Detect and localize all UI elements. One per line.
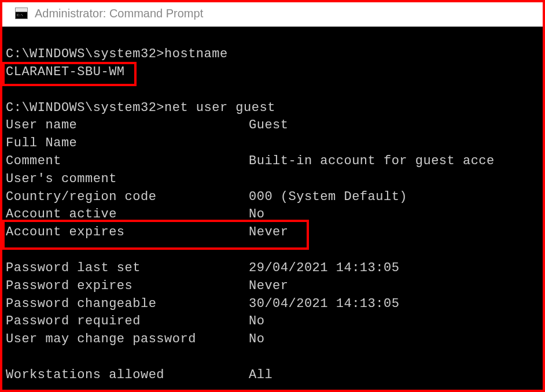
output-row: Comment Built-in account for guest acce [6, 153, 543, 171]
field-value: Built-in account for guest acce [249, 153, 495, 171]
output-row: Workstations allowed All [6, 367, 543, 384]
field-label: Password required [6, 313, 249, 331]
output-row: User name Guest [6, 117, 543, 135]
field-label: Account active [6, 206, 249, 224]
cmd-icon-glyph: C:\ [17, 13, 23, 17]
output-row-account-active: Account active No [6, 206, 543, 224]
output-row: User may change password No [6, 331, 543, 349]
field-label: User's comment [6, 171, 249, 188]
screenshot-frame: C:\ Administrator: Command Prompt C:\WIN… [0, 0, 545, 392]
output-row: Country/region code 000 (System Default) [6, 188, 543, 206]
field-value: All [249, 367, 272, 384]
prompt-line-hostname: C:\WINDOWS\system32>hostname [6, 46, 543, 64]
hostname-output: CLARANET-SBU-WM [6, 64, 543, 82]
field-value: Never [249, 278, 289, 295]
field-value: 30/04/2021 14:13:05 [249, 295, 399, 313]
output-row: Password required No [6, 313, 543, 331]
output-row: Password changeable 30/04/2021 14:13:05 [6, 295, 543, 313]
title-bar: C:\ Administrator: Command Prompt [2, 2, 543, 27]
output-row: User's comment [6, 171, 543, 188]
field-label: Workstations allowed [6, 367, 249, 384]
field-value: No [249, 206, 264, 224]
output-row: Full Name [6, 135, 543, 153]
field-label: Password last set [6, 260, 249, 278]
prompt-line-netuser: C:\WINDOWS\system32>net user guest [6, 99, 543, 117]
terminal-body[interactable]: C:\WINDOWS\system32>hostname CLARANET-SB… [2, 27, 543, 390]
window-title: Administrator: Command Prompt [35, 7, 203, 20]
field-value: 000 (System Default) [249, 188, 407, 206]
output-row: Password last set 29/04/2021 14:13:05 [6, 260, 543, 278]
field-label: Password changeable [6, 295, 249, 313]
output-row: Password expires Never [6, 278, 543, 295]
field-value: No [249, 331, 264, 349]
field-label: Comment [6, 153, 249, 171]
field-value: Never [249, 224, 289, 242]
field-value: Guest [249, 117, 289, 135]
field-value: 29/04/2021 14:13:05 [249, 260, 399, 278]
field-label: User may change password [6, 331, 249, 349]
field-label: User name [6, 117, 249, 135]
field-label: Password expires [6, 278, 249, 295]
cmd-prompt-icon: C:\ [15, 8, 28, 19]
field-label: Country/region code [6, 188, 249, 206]
output-row: Account expires Never [6, 224, 543, 242]
field-label: Full Name [6, 135, 249, 153]
field-label: Account expires [6, 224, 249, 242]
field-value: No [249, 313, 264, 331]
